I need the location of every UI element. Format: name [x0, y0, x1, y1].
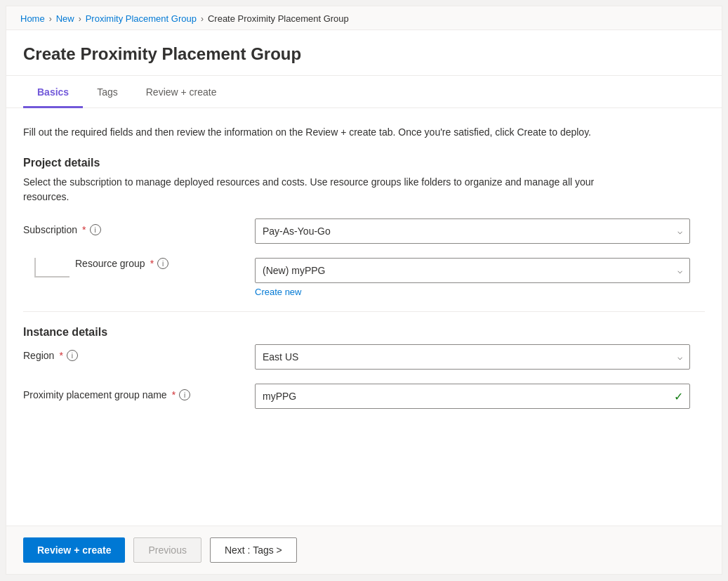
subscription-label-col: Subscription * i	[23, 218, 255, 235]
breadcrumb-home[interactable]: Home	[20, 13, 45, 24]
instance-details-section: Instance details Region * i East US ⌵	[23, 326, 705, 409]
breadcrumb-sep-1: ›	[49, 14, 52, 24]
resource-group-indent-line	[34, 258, 70, 278]
region-arrow-icon: ⌵	[677, 352, 682, 362]
resource-group-label-row: Resource group * i	[23, 258, 255, 278]
resource-group-label-container: Resource group * i	[70, 258, 168, 269]
resource-group-arrow-icon: ⌵	[677, 266, 682, 275]
region-required: *	[59, 350, 62, 361]
tab-tags[interactable]: Tags	[83, 77, 132, 108]
resource-group-control: (New) myPPG ⌵ Create new	[255, 258, 690, 297]
tabs-container: Basics Tags Review + create	[6, 76, 722, 108]
review-create-button[interactable]: Review + create	[23, 537, 125, 563]
resource-group-required: *	[150, 258, 154, 269]
ppg-name-input[interactable]	[255, 384, 690, 409]
footer: Review + create Previous Next : Tags >	[6, 525, 722, 574]
breadcrumb-sep-3: ›	[201, 14, 204, 24]
subscription-arrow-icon: ⌵	[677, 226, 682, 236]
subscription-label: Subscription	[23, 224, 77, 235]
region-label: Region	[23, 350, 54, 361]
breadcrumb-proximity[interactable]: Proximity Placement Group	[86, 13, 197, 24]
ppg-name-required: *	[172, 389, 176, 400]
region-row: Region * i East US ⌵	[23, 344, 705, 370]
subscription-info-icon[interactable]: i	[90, 224, 101, 235]
main-content: Fill out the required fields and then re…	[6, 108, 722, 525]
region-dropdown[interactable]: East US ⌵	[255, 344, 690, 370]
page-header: Create Proximity Placement Group	[6, 30, 722, 76]
breadcrumb-sep-2: ›	[79, 14, 81, 24]
region-label-col: Region * i	[23, 344, 255, 361]
ppg-name-label-col: Proximity placement group name * i	[23, 384, 255, 400]
tab-basics[interactable]: Basics	[23, 77, 83, 108]
subscription-dropdown[interactable]: Pay-As-You-Go ⌵	[255, 218, 690, 244]
breadcrumb: Home › New › Proximity Placement Group ›…	[6, 6, 722, 30]
ppg-name-control: ✓	[255, 384, 690, 409]
resource-group-wrapper: Resource group * i (New) myPPG ⌵ Create …	[23, 258, 705, 297]
form-description: Fill out the required fields and then re…	[23, 125, 655, 140]
resource-group-dropdown[interactable]: (New) myPPG ⌵	[255, 258, 690, 283]
subscription-row: Subscription * i Pay-As-You-Go ⌵	[23, 218, 705, 244]
region-value: East US	[263, 351, 298, 363]
ppg-name-label: Proximity placement group name	[23, 389, 167, 400]
breadcrumb-current: Create Proximity Placement Group	[208, 13, 349, 24]
resource-group-value: (New) myPPG	[263, 265, 325, 276]
resource-group-info-icon[interactable]: i	[157, 258, 168, 269]
region-info-icon[interactable]: i	[67, 350, 78, 361]
next-button[interactable]: Next : Tags >	[210, 537, 297, 563]
project-details-desc: Select the subscription to manage deploy…	[23, 175, 620, 204]
resource-group-indent-area: Resource group * i	[23, 258, 255, 278]
page-title: Create Proximity Placement Group	[23, 44, 705, 64]
create-new-link[interactable]: Create new	[255, 287, 301, 297]
breadcrumb-new[interactable]: New	[56, 13, 74, 24]
section-divider	[23, 311, 705, 312]
subscription-value: Pay-As-You-Go	[263, 226, 331, 237]
previous-button: Previous	[133, 537, 201, 563]
tab-review-create[interactable]: Review + create	[132, 77, 231, 108]
resource-group-label: Resource group	[75, 258, 145, 269]
ppg-name-info-icon[interactable]: i	[179, 389, 190, 400]
ppg-name-row: Proximity placement group name * i ✓	[23, 384, 705, 409]
ppg-name-input-container: ✓	[255, 384, 690, 409]
instance-details-title: Instance details	[23, 326, 705, 339]
project-details-section: Project details Select the subscription …	[23, 157, 705, 297]
subscription-required: *	[82, 224, 86, 235]
project-details-title: Project details	[23, 157, 705, 169]
subscription-control: Pay-As-You-Go ⌵	[255, 218, 690, 244]
region-control: East US ⌵	[255, 344, 690, 370]
ppg-name-check-icon: ✓	[674, 390, 683, 403]
